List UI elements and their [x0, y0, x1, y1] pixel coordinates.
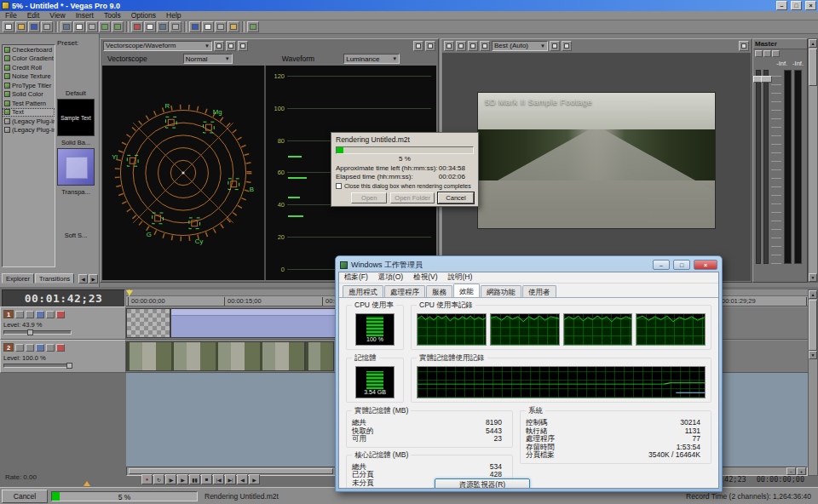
record-button[interactable]: ● — [141, 474, 153, 484]
menu-file[interactable]: File — [0, 11, 22, 20]
minimize-button[interactable]: – — [653, 260, 670, 270]
scrollbar-thumb[interactable] — [809, 300, 817, 351]
ignore-grouping-icon[interactable] — [170, 21, 181, 32]
menu-options[interactable]: Options — [126, 11, 161, 20]
go-to-start-button[interactable]: |◀ — [213, 474, 224, 484]
tab-processes[interactable]: 處理程序 — [384, 285, 425, 297]
slider-handle[interactable] — [27, 329, 33, 335]
zoom-out-icon[interactable]: − — [786, 467, 796, 475]
clip-video-event[interactable] — [305, 341, 334, 371]
tab-scroll-left-icon[interactable]: ◀ — [78, 274, 88, 284]
preset-thumbnail-transparent[interactable] — [57, 148, 95, 186]
rate-slider-marker[interactable] — [84, 481, 90, 486]
preview-external-monitor-icon[interactable] — [456, 41, 466, 51]
menu-edit[interactable]: Edit — [22, 11, 45, 20]
marker-icon[interactable] — [126, 290, 133, 295]
scopes-close-icon[interactable] — [425, 41, 435, 51]
generator-list[interactable]: Checkerboard Color Gradient Credit Roll … — [2, 44, 55, 267]
redo-icon[interactable] — [112, 21, 124, 32]
track-fx-icon[interactable] — [26, 344, 34, 352]
menu-options[interactable]: 選項(O) — [373, 272, 408, 283]
copy-icon[interactable] — [73, 21, 85, 32]
generator-item[interactable]: Solid Color — [3, 90, 55, 100]
tab-users[interactable]: 使用者 — [522, 285, 556, 297]
tab-explorer[interactable]: Explorer — [2, 273, 34, 284]
menu-view[interactable]: 檢視(V) — [408, 272, 442, 283]
project-properties-icon[interactable] — [41, 21, 53, 32]
menu-tools[interactable]: Tools — [99, 11, 126, 20]
whats-this-help-icon[interactable] — [247, 21, 259, 32]
workspace-scrollbar[interactable]: ▲ ▼ — [808, 38, 818, 283]
stop-button[interactable]: ■ — [201, 474, 212, 484]
generator-item[interactable]: Checkerboard — [3, 45, 55, 54]
task-manager-titlebar[interactable]: Windows 工作管理員 – □ × — [338, 258, 719, 272]
save-project-icon[interactable] — [28, 21, 40, 32]
scope-settings-icon[interactable] — [238, 41, 248, 51]
auto-ripple-icon[interactable] — [144, 21, 156, 32]
current-timecode-display[interactable]: 00:01:42;23 — [2, 289, 125, 307]
track-solo-icon[interactable] — [56, 311, 65, 318]
track-solo-icon[interactable] — [56, 344, 65, 352]
paste-icon[interactable] — [86, 21, 98, 32]
track-level-slider[interactable] — [3, 330, 72, 335]
minimize-button[interactable]: – — [776, 1, 787, 10]
maximize-button[interactable]: □ — [791, 1, 802, 10]
waveform-mode-select[interactable]: Luminance ▼ — [343, 54, 400, 64]
open-project-icon[interactable] — [15, 21, 27, 32]
go-to-end-button[interactable]: ▶| — [225, 474, 236, 484]
snapshot-save-icon[interactable] — [562, 41, 572, 51]
track-level-slider[interactable] — [3, 364, 72, 368]
scroll-down-icon[interactable]: ▼ — [809, 351, 817, 359]
clip-video-event[interactable] — [126, 341, 305, 371]
generator-item[interactable]: ProType Titler — [3, 81, 55, 90]
new-project-icon[interactable] — [3, 21, 14, 32]
tab-scroll-right-icon[interactable]: ▶ — [89, 274, 98, 284]
menu-help[interactable]: Help — [161, 11, 186, 20]
menu-view[interactable]: View — [44, 11, 70, 20]
generator-item[interactable]: Credit Roll — [3, 63, 55, 72]
tab-applications[interactable]: 應用程式 — [343, 285, 383, 297]
maximize-button[interactable]: □ — [673, 260, 690, 270]
open-folder-button[interactable]: Open Folder — [390, 192, 435, 203]
resource-monitor-button[interactable]: 資源監視器(R) — [435, 478, 530, 489]
normal-edit-tool-icon[interactable] — [189, 21, 201, 32]
selection-edit-tool-icon[interactable] — [215, 21, 227, 32]
timeline-vertical-scrollbar[interactable]: ▲ ▼ — [808, 289, 818, 476]
split-screen-icon[interactable] — [468, 41, 478, 51]
scrollbar-thumb[interactable] — [809, 49, 817, 86]
tab-transitions[interactable]: Transitions — [35, 273, 74, 284]
snapshot-copy-icon[interactable] — [550, 41, 560, 51]
mixer-dim-icon[interactable] — [772, 50, 780, 57]
scroll-up-icon[interactable]: ▲ — [809, 39, 817, 48]
scrollbar-thumb[interactable] — [129, 468, 333, 474]
snapping-icon[interactable] — [131, 21, 143, 32]
fader-handle[interactable] — [761, 76, 772, 83]
loop-playback-button[interactable]: ↻ — [153, 474, 164, 484]
clip-generated-media[interactable] — [170, 308, 336, 338]
generator-item[interactable]: (Legacy Plug-in) — [3, 117, 55, 126]
preview-pin-icon[interactable] — [739, 41, 749, 51]
cut-icon[interactable] — [60, 21, 72, 32]
mixer-mute-icon[interactable] — [763, 50, 771, 57]
lock-envelopes-icon[interactable] — [157, 21, 169, 32]
menu-insert[interactable]: Insert — [71, 11, 99, 20]
vectorscope-mode-select[interactable]: Normal ▼ — [183, 54, 233, 64]
tab-performance[interactable]: 效能 — [453, 284, 480, 297]
generator-item-selected[interactable]: Text — [3, 108, 55, 117]
master-fader-right[interactable] — [763, 70, 769, 264]
zoom-edit-tool-icon[interactable] — [228, 21, 239, 32]
generator-item[interactable]: Test Pattern — [3, 99, 55, 108]
undo-icon[interactable] — [99, 21, 111, 32]
generator-item[interactable]: (Legacy Plug-in) — [3, 126, 55, 135]
play-button[interactable]: ▶ — [177, 474, 188, 484]
menu-file[interactable]: 檔案(F) — [339, 272, 373, 283]
close-button[interactable]: × — [694, 260, 717, 270]
scopes-pin-icon[interactable] — [413, 41, 423, 51]
preview-quality-select[interactable]: Best (Auto) ▼ — [492, 41, 548, 51]
scroll-down-icon[interactable]: ▼ — [809, 273, 817, 282]
scope-update-icon[interactable] — [214, 41, 224, 51]
prev-frame-button[interactable]: ◀ — [237, 474, 248, 484]
slider-handle[interactable] — [66, 363, 72, 369]
cancel-render-button[interactable]: Cancel — [438, 192, 474, 203]
next-frame-button[interactable]: ▶ — [249, 474, 260, 484]
